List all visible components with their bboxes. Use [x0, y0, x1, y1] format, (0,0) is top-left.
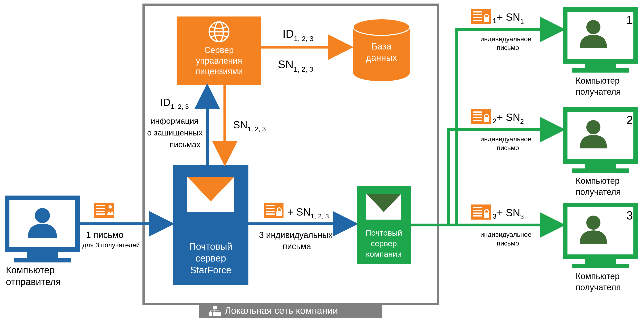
svg-text:индивидуальное: индивидуальное [480, 231, 532, 238]
svg-rect-17 [96, 213, 105, 215]
svg-text:+ SN1: + SN1 [497, 11, 524, 25]
svg-rect-53 [473, 111, 482, 113]
locked-message-icon-2 [471, 109, 491, 124]
svg-point-82 [586, 216, 600, 230]
license-label-l3: лицензиями [195, 67, 243, 76]
starforce-label-l2: сервер [196, 253, 226, 263]
svg-rect-36 [473, 11, 482, 13]
mid-label-l2: письма [282, 241, 311, 251]
svg-rect-30 [266, 211, 274, 212]
company-label-l2: сервер [371, 239, 397, 248]
svg-rect-15 [96, 208, 105, 209]
mid-label-l1: 3 индивидуальных [259, 230, 333, 240]
sender-label-l2: отправителя [6, 276, 61, 287]
up-id: ID1, 2, 3 [160, 97, 189, 110]
down-sn: SN1, 2, 3 [233, 119, 266, 133]
svg-rect-64 [572, 168, 629, 173]
svg-rect-39 [473, 20, 482, 21]
db-label-l1: База [372, 42, 392, 51]
svg-text:3: 3 [492, 212, 496, 220]
svg-rect-1 [214, 309, 215, 310]
svg-rect-4 [214, 311, 215, 312]
svg-text:письмо: письмо [497, 144, 519, 151]
company-label-l1: Почтовый [366, 228, 402, 237]
mid-sn: + SN1, 2, 3 [287, 206, 329, 220]
svg-rect-29 [266, 208, 274, 209]
recipient-1: 1 + SN1 индивидуальное письмо 1 Компьюте… [471, 9, 636, 97]
svg-text:3: 3 [626, 209, 633, 222]
svg-text:письмо: письмо [497, 240, 519, 247]
svg-rect-3 [210, 311, 211, 312]
svg-rect-46 [585, 61, 616, 68]
db-label-l2: данных [366, 53, 397, 63]
sender-computer [7, 198, 78, 262]
license-label-l2: управления [196, 56, 242, 66]
svg-rect-45 [565, 10, 636, 61]
license-label-l1: Сервер [204, 45, 234, 55]
lan-title: Локальная сеть компании [225, 305, 338, 316]
svg-point-65 [586, 120, 600, 134]
svg-text:2: 2 [492, 117, 496, 125]
svg-text:1: 1 [492, 17, 496, 25]
company-label-l3: компании [366, 249, 402, 258]
svg-rect-62 [565, 110, 636, 161]
db-arrow-id: ID1, 2, 3 [282, 28, 314, 42]
svg-text:+ SN2: + SN2 [497, 111, 524, 125]
svg-text:+ SN3: + SN3 [497, 207, 524, 220]
svg-rect-31 [266, 213, 274, 215]
svg-rect-63 [585, 161, 616, 168]
svg-rect-38 [473, 17, 482, 18]
svg-rect-5 [219, 311, 219, 312]
svg-rect-72 [473, 212, 482, 214]
svg-rect-0 [213, 306, 217, 309]
svg-rect-74 [484, 212, 489, 218]
svg-rect-79 [565, 205, 636, 257]
svg-rect-6 [208, 312, 212, 316]
message-image-icon [94, 203, 114, 218]
svg-text:индивидуальное: индивидуальное [480, 135, 532, 143]
svg-rect-37 [473, 14, 482, 15]
svg-rect-70 [473, 207, 482, 208]
svg-rect-81 [572, 264, 629, 268]
svg-rect-14 [96, 205, 105, 206]
svg-rect-7 [213, 312, 217, 316]
locked-message-icon-1 [471, 9, 491, 24]
arrow-company-recipient-1 [411, 30, 560, 225]
svg-rect-57 [484, 117, 489, 122]
svg-text:Компьютер: Компьютер [576, 271, 620, 281]
sender-arrow-l1: 1 письмо [86, 230, 124, 240]
sender-label-l1: Компьютер [6, 265, 55, 275]
recipient-3: 3 + SN3 индивидуальное письмо 3 Компьюте… [471, 204, 636, 292]
svg-rect-8 [217, 312, 221, 316]
up-info-l1: информация [151, 116, 198, 125]
svg-rect-16 [96, 211, 105, 212]
locked-message-icon [264, 203, 284, 218]
sender-arrow-l2: для 3 получателей [82, 241, 140, 249]
svg-point-48 [586, 20, 600, 34]
up-info-l2: о защищенных [147, 128, 202, 137]
svg-text:1: 1 [626, 14, 633, 27]
svg-text:письмо: письмо [497, 44, 519, 51]
svg-text:получателя: получателя [576, 87, 621, 97]
svg-rect-2 [210, 310, 219, 311]
svg-point-12 [35, 208, 50, 223]
svg-rect-54 [473, 114, 482, 115]
locked-message-icon-3 [471, 204, 491, 220]
svg-rect-71 [473, 210, 482, 211]
svg-rect-11 [14, 258, 71, 262]
svg-rect-32 [276, 211, 282, 216]
starforce-label-l1: Почтовый [189, 241, 232, 252]
svg-text:получателя: получателя [576, 187, 621, 197]
svg-text:получателя: получателя [576, 282, 621, 292]
svg-text:2: 2 [626, 114, 633, 127]
diagram-canvas: Локальная сеть компании Компьютер отправ… [0, 0, 644, 323]
starforce-label-l3: StarForce [190, 265, 232, 275]
svg-rect-40 [484, 17, 489, 22]
svg-text:Компьютер: Компьютер [576, 76, 620, 86]
recipient-2: 2 + SN2 индивидуальное письмо 2 Компьюте… [471, 109, 636, 197]
svg-point-18 [108, 205, 112, 208]
up-info-l3: письмах [170, 140, 200, 149]
db-arrow-sn: SN1, 2, 3 [278, 58, 313, 73]
svg-rect-73 [473, 215, 482, 216]
svg-rect-56 [473, 120, 482, 121]
